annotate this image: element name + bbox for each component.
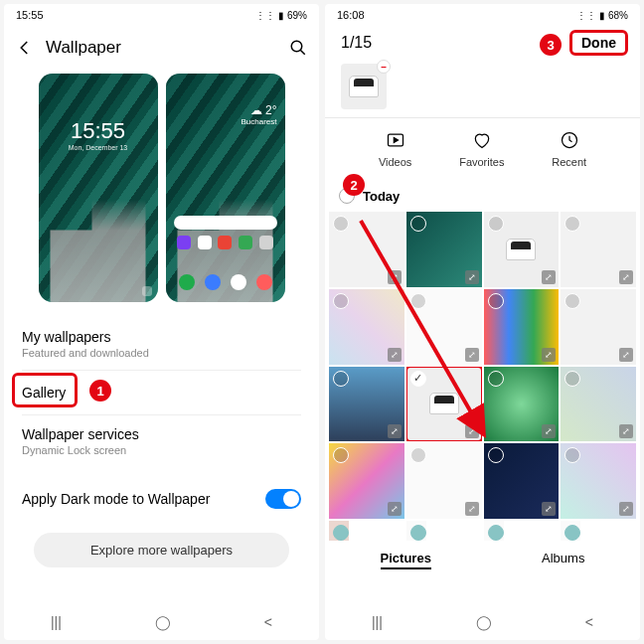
google-search-bar (174, 216, 277, 230)
phone-right-gallery-picker: 16:08 ⋮⋮ ▮ 68% 1/15 Done 3 – Videos Favo… (325, 4, 640, 640)
battery-label: 69% (287, 10, 307, 21)
my-wallpapers-item[interactable]: My wallpapers Featured and downloaded (4, 318, 319, 370)
svg-line-3 (361, 221, 482, 431)
messages-icon (205, 274, 221, 290)
phone-icon (179, 274, 195, 290)
lock-date: Mon, December 13 (39, 144, 158, 151)
favorites-tab[interactable]: Favorites (459, 130, 504, 168)
wallpaper-services-item[interactable]: Wallpaper services Dynamic Lock screen (4, 415, 319, 467)
svg-point-0 (291, 41, 302, 52)
camera-shortcut-icon (142, 286, 152, 296)
search-icon[interactable] (289, 39, 307, 57)
thumb[interactable]: ⤢ (484, 367, 560, 442)
app-dock (174, 274, 277, 290)
albums-tab[interactable]: Albums (542, 551, 584, 569)
nav-back-button[interactable]: < (264, 614, 272, 630)
wifi-icon: ⋮⋮ (576, 10, 596, 21)
app-icon (177, 236, 191, 249)
app-icon (239, 236, 252, 249)
wallpaper-previews: 15:55 Mon, December 13 ☁ 2° Bucharest (4, 70, 319, 314)
recents-button[interactable]: ||| (51, 614, 62, 630)
dark-mode-toggle-row: Apply Dark mode to Wallpaper (4, 475, 319, 523)
thumb[interactable] (561, 521, 580, 541)
thumb[interactable]: ⤢ (561, 367, 636, 442)
clock-icon (560, 130, 579, 150)
thumb[interactable]: ⤢ (329, 443, 404, 519)
settings-list: My wallpapers Featured and downloaded Ga… (4, 318, 319, 467)
bottom-tabs: Pictures Albums (325, 541, 640, 573)
annotation-box-gallery (12, 373, 78, 407)
signal-icon: ▮ (599, 10, 605, 21)
status-bar: 16:08 ⋮⋮ ▮ 68% (325, 4, 640, 26)
selection-header: 1/15 Done 3 (325, 26, 640, 60)
category-tabs: Videos Favorites Recent (325, 118, 640, 180)
battery-label: 68% (608, 10, 628, 21)
recents-button[interactable]: ||| (372, 614, 383, 630)
annotation-box-done (569, 30, 628, 56)
thumb[interactable]: ⤢ (561, 212, 636, 287)
nav-back-button[interactable]: < (585, 614, 593, 630)
annotation-step-2: 2 (343, 174, 365, 196)
selected-thumbnail[interactable]: – (341, 64, 387, 109)
phone-left-wallpaper-settings: 15:55 ⋮⋮ ▮ 69% Wallpaper 15:55 Mon, Dece… (4, 4, 319, 640)
home-button[interactable]: ◯ (476, 614, 492, 630)
annotation-arrow (355, 215, 494, 443)
heart-icon (472, 130, 492, 150)
header: Wallpaper (4, 26, 319, 70)
thumb[interactable]: ⤢ (561, 289, 636, 365)
annotation-step-1: 1 (89, 380, 111, 402)
status-bar: 15:55 ⋮⋮ ▮ 69% (4, 4, 319, 26)
thumb[interactable]: ⤢ (484, 289, 560, 365)
page-title: Wallpaper (46, 38, 277, 58)
lock-time: 15:55 (39, 118, 158, 144)
thumb[interactable] (484, 521, 504, 541)
back-icon[interactable] (16, 39, 34, 57)
home-button[interactable]: ◯ (155, 614, 171, 630)
status-time: 15:55 (16, 9, 44, 21)
thumb[interactable]: ⤢ (484, 443, 560, 519)
video-icon (386, 130, 405, 150)
navigation-bar: ||| ◯ < (4, 604, 319, 640)
recent-tab[interactable]: Recent (552, 130, 586, 168)
videos-tab[interactable]: Videos (379, 130, 411, 168)
pictures-tab[interactable]: Pictures (381, 551, 431, 569)
thumb[interactable]: ⤢ (406, 443, 482, 519)
navigation-bar: ||| ◯ < (325, 604, 640, 640)
remove-icon[interactable]: – (377, 60, 391, 74)
thumb[interactable] (329, 521, 349, 541)
weather-widget: ☁ 2° Bucharest (174, 103, 277, 126)
app-icon (218, 236, 232, 249)
camera-icon (256, 274, 272, 290)
section-today: Today (325, 180, 640, 212)
dark-mode-toggle[interactable] (265, 489, 301, 509)
thumb[interactable]: ⤢ (484, 212, 560, 287)
lock-screen-preview[interactable]: 15:55 Mon, December 13 (39, 74, 158, 302)
gallery-item[interactable]: Gallery 1 (4, 371, 319, 414)
status-right: ⋮⋮ ▮ 68% (576, 10, 628, 21)
app-icon (259, 236, 273, 249)
selection-count: 1/15 (341, 34, 372, 52)
car-image (349, 76, 379, 97)
thumb[interactable] (406, 521, 426, 541)
status-right: ⋮⋮ ▮ 69% (255, 10, 307, 21)
status-time: 16:08 (337, 9, 365, 21)
thumb[interactable]: ⤢ (561, 443, 636, 519)
annotation-step-3: 3 (540, 34, 562, 56)
explore-more-button[interactable]: Explore more wallpapers (34, 533, 289, 567)
home-screen-preview[interactable]: ☁ 2° Bucharest (166, 74, 285, 302)
app-icon (198, 236, 212, 249)
signal-icon: ▮ (278, 10, 284, 21)
browser-icon (231, 274, 246, 290)
wifi-icon: ⋮⋮ (255, 10, 275, 21)
